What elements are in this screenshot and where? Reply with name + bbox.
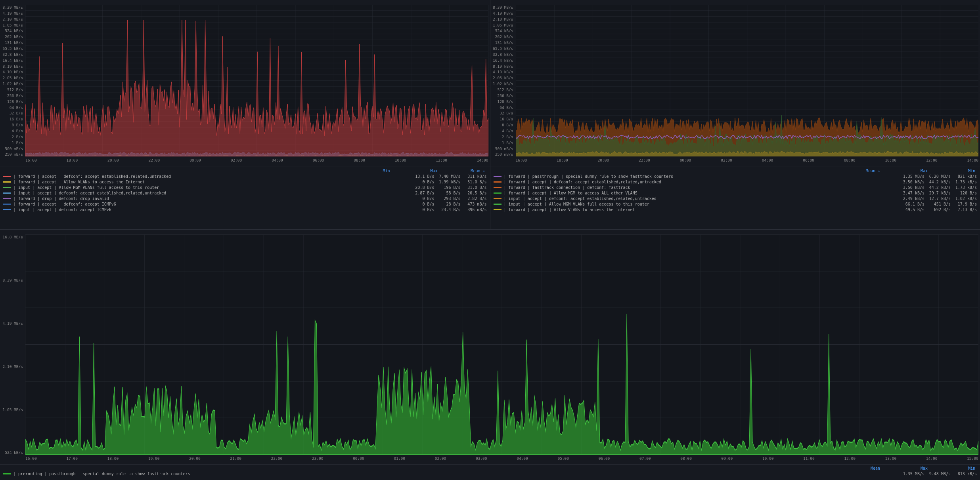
legend-color-swatch	[494, 209, 501, 210]
raw-ipv4-y-axis: 16.8 MB/s8.39 MB/s4.19 MB/s2.10 MB/s1.05…	[2, 234, 25, 455]
legend-value: 17.9 B/s	[952, 202, 977, 206]
y-label: 8.39 MB/s	[2, 6, 23, 10]
legend-value: 692 B/s	[926, 208, 951, 212]
y-label: 4 B/s	[2, 129, 23, 133]
y-label: 16 B/s	[2, 117, 23, 121]
y-label: 4.10 kB/s	[492, 70, 513, 74]
legend-color-swatch	[3, 209, 11, 210]
legend-item: | forward | accept | defconf: accept est…	[494, 180, 977, 184]
x-label: 08:00	[354, 158, 365, 162]
x-label: 12:00	[926, 158, 938, 162]
y-label: 2.10 MB/s	[2, 17, 23, 21]
legend-values: 0 B/s293 B/s2.82 B/s	[410, 196, 487, 201]
y-label: 524 kB/s	[2, 451, 23, 455]
x-label: 10:00	[395, 158, 406, 162]
y-label: 256 B/s	[2, 94, 23, 98]
y-label: 16.8 MB/s	[2, 235, 23, 239]
y-label: 500 mB/s	[492, 147, 513, 151]
main-container: 8.39 MB/s4.19 MB/s2.10 MB/s1.05 MB/s524 …	[0, 0, 980, 480]
y-label: 1.05 MB/s	[2, 408, 23, 412]
raw-ipv4-legend-area: Mean Max Min | prerouting | passthrough …	[0, 464, 980, 480]
x-label: 06:00	[313, 158, 324, 162]
raw-header-mean[interactable]: Mean	[856, 466, 880, 470]
legend-label: | forward | accept | Allow MGM to access…	[504, 191, 898, 195]
x-label: 22:00	[271, 456, 283, 461]
y-label: 256 B/s	[492, 94, 513, 98]
legend-value: 20.8 B/s	[410, 185, 434, 190]
y-label: 262 kB/s	[492, 35, 513, 39]
y-label: 4.19 MB/s	[2, 11, 23, 15]
ipv4-chart-svg	[516, 5, 979, 156]
y-label: 65.5 kB/s	[2, 47, 23, 51]
ipv6-x-axis: 16:0018:0020:0022:0000:0002:0004:0006:00…	[25, 156, 488, 166]
raw-ipv4-chart-svg	[25, 234, 978, 455]
legend-color-swatch	[3, 192, 11, 194]
y-label: 8.39 MB/s	[492, 6, 513, 10]
legend-item: | input | accept | Allow MGM VLANs full …	[3, 185, 487, 190]
legend-label: | input | accept | defconf: accept estab…	[13, 191, 408, 195]
legend-value: 396 mB/s	[462, 208, 487, 212]
ipv4-header-mean[interactable]: Mean ↓	[856, 169, 880, 173]
y-label: 32.8 kB/s	[2, 53, 23, 57]
legend-value: 49.5 B/s	[900, 208, 924, 212]
legend-value: 29.7 kB/s	[926, 191, 951, 195]
x-label: 05:00	[557, 456, 569, 461]
raw-ipv4-legend-header: Mean Max Min	[3, 466, 977, 470]
legend-values: 3.47 kB/s29.7 kB/s120 B/s	[900, 191, 977, 195]
x-label: 14:00	[967, 158, 978, 162]
legend-values: 20.8 B/s196 B/s31.0 B/s	[410, 185, 487, 190]
legend-label: | forward | accept | Allow VLANs to acce…	[13, 180, 408, 184]
legend-value: 44.2 kB/s	[926, 185, 951, 190]
y-label: 524 kB/s	[492, 29, 513, 33]
legend-color-swatch	[3, 198, 11, 199]
x-label: 04:00	[517, 456, 528, 461]
legend-value: 44.2 kB/s	[926, 180, 951, 184]
legend-label: | forward | accept | defconf: accept est…	[504, 180, 898, 184]
ipv6-header-mean[interactable]: Mean ↓	[461, 169, 485, 173]
legend-value: 196 B/s	[436, 185, 461, 190]
legend-item: | input | accept | Allow MGM VLANs full …	[494, 202, 977, 206]
x-label: 03:00	[476, 456, 487, 461]
legend-color-swatch	[494, 198, 501, 199]
ipv6-header-min: Min	[366, 169, 390, 173]
legend-value: 58 B/s	[436, 191, 461, 195]
ipv4-x-axis: 16:0018:0020:0022:0000:0002:0004:0006:00…	[516, 156, 979, 166]
y-label: 1.02 kB/s	[492, 82, 513, 86]
legend-label: | forward | accept | defconf: accept est…	[13, 174, 408, 179]
x-label: 12:00	[436, 158, 447, 162]
y-label: 8.39 MB/s	[2, 278, 23, 282]
legend-item: | forward | drop | defconf: drop invalid…	[3, 196, 487, 201]
ipv6-chart-inner	[25, 5, 488, 156]
x-label: 15:00	[967, 456, 978, 461]
x-label: 08:00	[844, 158, 856, 162]
x-label: 08:00	[680, 456, 692, 461]
legend-value: 0 B/s	[410, 196, 434, 201]
y-label: 128 B/s	[492, 100, 513, 104]
legend-item: | forward | passthrough | special dummy …	[494, 174, 977, 179]
x-label: 00:00	[680, 158, 691, 162]
y-label: 8 B/s	[2, 123, 23, 127]
legend-value: 821 kB/s	[952, 174, 977, 179]
legend-values: 2.87 B/s58 B/s20.5 B/s	[410, 191, 487, 195]
x-label: 02:00	[435, 456, 446, 461]
y-label: 512 B/s	[492, 88, 513, 92]
legend-values: 1.35 MB/s9.48 MB/s813 kB/s	[900, 472, 977, 476]
legend-value: 28 B/s	[436, 202, 461, 206]
y-label: 4.10 kB/s	[2, 70, 23, 74]
legend-value: 12.7 kB/s	[926, 196, 951, 201]
x-label: 18:00	[107, 456, 119, 461]
x-label: 16:00	[516, 158, 527, 162]
legend-item: | input | accept | defconf: accept ICMPv…	[3, 208, 487, 212]
x-label: 20:00	[598, 158, 609, 162]
x-label: 04:00	[272, 158, 283, 162]
x-label: 02:00	[231, 158, 242, 162]
legend-value: 311 kB/s	[462, 174, 487, 179]
ipv6-panel: 8.39 MB/s4.19 MB/s2.10 MB/s1.05 MB/s524 …	[0, 0, 490, 229]
legend-label: | forward | drop | defconf: drop invalid	[13, 196, 408, 201]
top-row: 8.39 MB/s4.19 MB/s2.10 MB/s1.05 MB/s524 …	[0, 0, 980, 230]
x-label: 07:00	[639, 456, 651, 461]
x-label: 09:00	[722, 456, 733, 461]
x-label: 16:00	[25, 158, 37, 162]
legend-color-swatch	[3, 473, 11, 474]
ipv4-header-min: Min	[951, 169, 975, 173]
